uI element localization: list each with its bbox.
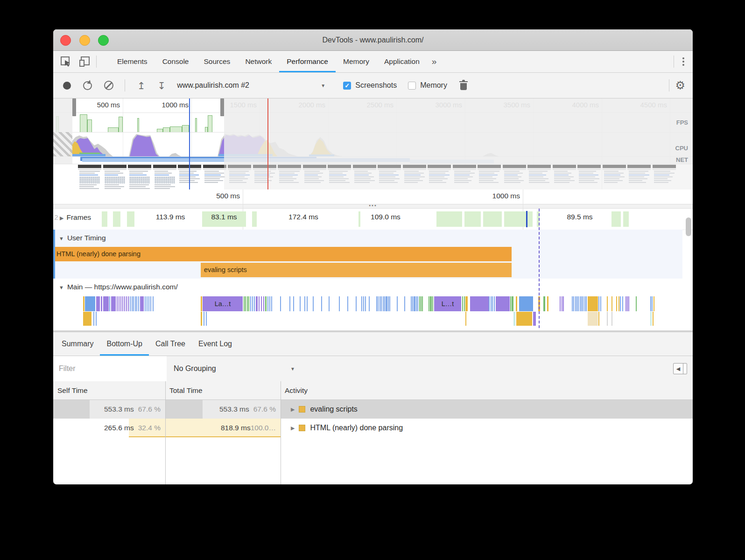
main-track-header[interactable]: ▼Main — https://www.paulirish.com/ bbox=[59, 283, 178, 291]
column-divider[interactable] bbox=[281, 381, 281, 484]
flame-chart[interactable]: 215.3 ms ▶Frames 113.9 ms83.1 ms172.4 ms… bbox=[53, 209, 693, 330]
flame-event bbox=[300, 296, 301, 311]
memory-checkbox[interactable] bbox=[408, 82, 416, 90]
filmstrip-screenshot[interactable] bbox=[78, 165, 101, 189]
flame-event bbox=[494, 296, 495, 311]
selection-right-handle[interactable] bbox=[220, 98, 224, 116]
frame-duration-block[interactable] bbox=[529, 211, 533, 227]
filmstrip-screenshot[interactable] bbox=[128, 165, 151, 189]
flame-event bbox=[386, 296, 387, 311]
delete-recording-icon[interactable] bbox=[460, 83, 467, 90]
expanded-triangle-icon[interactable]: ▼ bbox=[59, 285, 64, 290]
inspect-element-icon[interactable] bbox=[60, 56, 72, 68]
tab-sources[interactable]: Sources bbox=[197, 51, 238, 72]
column-divider[interactable] bbox=[165, 381, 166, 484]
flame-event bbox=[247, 296, 248, 311]
column-header-activity[interactable]: Activity bbox=[281, 381, 308, 400]
screenshots-checkbox[interactable]: ✓ bbox=[343, 82, 351, 90]
frame-duration-block[interactable] bbox=[358, 211, 360, 227]
filter-input[interactable] bbox=[53, 356, 167, 381]
show-heaviest-stack-button[interactable]: ◀ bbox=[673, 363, 687, 374]
frame-duration-block[interactable] bbox=[252, 211, 257, 227]
column-header-total-time[interactable]: Total Time bbox=[165, 381, 203, 400]
flame-event bbox=[618, 296, 619, 311]
flame-event bbox=[572, 296, 573, 311]
flame-event bbox=[580, 296, 581, 311]
save-profile-icon[interactable]: ↧ bbox=[158, 81, 166, 91]
chevron-down-icon: ▼ bbox=[321, 83, 325, 88]
frame-duration-block[interactable] bbox=[464, 211, 481, 227]
details-tab-bottom-up[interactable]: Bottom-Up bbox=[100, 332, 148, 356]
tab-elements[interactable]: Elements bbox=[110, 51, 155, 72]
flame-event bbox=[650, 296, 651, 311]
frame-duration-block[interactable] bbox=[623, 211, 629, 227]
flame-event bbox=[248, 296, 249, 311]
expanded-triangle-icon[interactable]: ▼ bbox=[59, 236, 64, 241]
tab-network[interactable]: Network bbox=[238, 51, 279, 72]
profile-select[interactable]: www.paulirish.com #2 ▼ bbox=[177, 81, 325, 90]
device-toolbar-icon[interactable] bbox=[78, 56, 91, 68]
table-row[interactable]: 553.3 ms67.6 %553.3 ms67.6 %▶evaling scr… bbox=[53, 400, 693, 419]
load-profile-icon[interactable]: ↥ bbox=[137, 81, 146, 91]
capture-settings-gear-icon[interactable]: ⚙ bbox=[675, 79, 685, 92]
tab-performance[interactable]: Performance bbox=[279, 51, 336, 72]
frame-duration-block[interactable] bbox=[127, 211, 134, 227]
title-bar[interactable]: DevTools - www.paulirish.com/ bbox=[53, 29, 693, 51]
record-button[interactable] bbox=[63, 82, 71, 90]
details-tab-call-tree[interactable]: Call Tree bbox=[149, 332, 192, 356]
frame-duration-block[interactable] bbox=[483, 211, 502, 227]
user-timing-track-header[interactable]: ▼User Timing bbox=[59, 234, 106, 242]
selection-left-handle[interactable] bbox=[72, 98, 76, 116]
clear-recordings-icon[interactable] bbox=[104, 81, 113, 90]
track-highlight-bar bbox=[53, 230, 55, 279]
flame-chart-scrollbar[interactable] bbox=[686, 217, 691, 236]
frame-duration-label: 109.0 ms bbox=[371, 213, 401, 221]
user-timing-bar[interactable]: HTML (nearly) done parsing bbox=[53, 247, 512, 261]
reload-and-profile-icon[interactable] bbox=[83, 81, 92, 90]
memory-label[interactable]: Memory bbox=[420, 81, 447, 90]
activity-name: HTML (nearly) done parsing bbox=[310, 424, 403, 432]
flame-event bbox=[462, 296, 463, 311]
timeline-overview[interactable]: 500 ms1000 ms1500 ms2000 ms2500 ms3000 m… bbox=[53, 98, 693, 189]
main-thread-track[interactable]: ▼Main — https://www.paulirish.com/ La…tL… bbox=[53, 279, 693, 330]
flame-event bbox=[600, 296, 601, 311]
flame-event bbox=[562, 296, 562, 311]
grouping-select[interactable]: No Grouping ▼ bbox=[174, 356, 295, 381]
filmstrip-screenshot[interactable] bbox=[153, 165, 176, 189]
flame-event bbox=[417, 296, 418, 311]
details-tab-event-log[interactable]: Event Log bbox=[192, 332, 239, 356]
expand-triangle-icon[interactable]: ▶ bbox=[291, 406, 295, 413]
details-tab-summary[interactable]: Summary bbox=[55, 332, 100, 356]
tab-memory[interactable]: Memory bbox=[336, 51, 377, 72]
pane-splitter[interactable]: ••• bbox=[53, 204, 693, 209]
frame-duration-block[interactable] bbox=[504, 211, 529, 227]
filmstrip-screenshot[interactable] bbox=[203, 165, 226, 189]
screenshots-label[interactable]: Screenshots bbox=[355, 81, 397, 90]
frames-track-header[interactable]: ▶Frames bbox=[58, 212, 95, 223]
user-timing-bar[interactable]: evaling scripts bbox=[201, 263, 512, 277]
flame-event bbox=[254, 296, 255, 311]
more-tabs-button[interactable]: » bbox=[427, 56, 442, 67]
user-timing-track[interactable]: ▼User Timing HTML (nearly) done parsinge… bbox=[53, 230, 682, 279]
devtools-menu-icon[interactable] bbox=[682, 57, 684, 66]
expand-triangle-icon[interactable]: ▶ bbox=[291, 425, 295, 431]
table-row[interactable]: 265.6 ms32.4 %818.9 ms100.0…▶HTML (nearl… bbox=[53, 419, 693, 437]
tab-console[interactable]: Console bbox=[155, 51, 197, 72]
flame-event-labeled[interactable]: La…t bbox=[203, 296, 243, 311]
frames-track[interactable]: 215.3 ms ▶Frames 113.9 ms83.1 ms172.4 ms… bbox=[53, 209, 693, 230]
column-header-self-time[interactable]: Self Time bbox=[53, 381, 88, 400]
flame-event bbox=[103, 296, 109, 311]
tab-application[interactable]: Application bbox=[377, 51, 427, 72]
flame-event bbox=[492, 296, 493, 311]
filmstrip-screenshot[interactable] bbox=[103, 165, 127, 189]
frame-duration-block[interactable] bbox=[113, 211, 120, 227]
flame-event-labeled[interactable]: L…t bbox=[434, 296, 461, 311]
collapsed-triangle-icon[interactable]: ▶ bbox=[60, 215, 63, 221]
flame-event bbox=[201, 296, 202, 311]
frame-duration-block[interactable] bbox=[436, 211, 462, 227]
frame-duration-block[interactable] bbox=[102, 211, 107, 227]
flame-event bbox=[586, 296, 587, 311]
frame-duration-block[interactable] bbox=[611, 211, 621, 227]
flame-event bbox=[575, 296, 576, 311]
flame-event bbox=[130, 296, 131, 311]
